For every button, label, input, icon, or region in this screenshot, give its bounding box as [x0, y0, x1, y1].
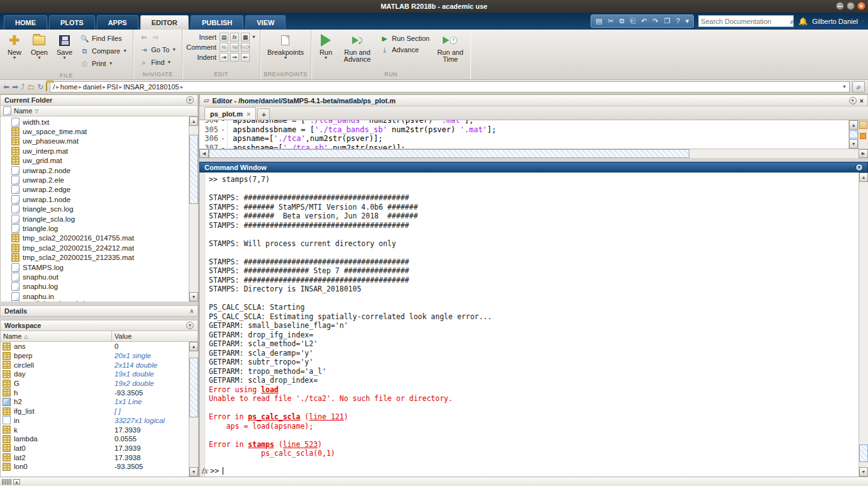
indent-left-icon[interactable]: ⇐: [241, 53, 250, 62]
breadcrumb-segment[interactable]: home: [60, 83, 78, 91]
file-row[interactable]: width.txt: [1, 117, 189, 127]
details-header[interactable]: Details ∧: [0, 305, 198, 317]
qa-icon[interactable]: ✂: [608, 16, 613, 26]
goto-button[interactable]: ⇥ Go To▼: [137, 44, 178, 55]
workspace-scrollbar[interactable]: ▲ ▼: [189, 342, 198, 477]
refresh-icon[interactable]: ↻: [37, 82, 43, 91]
workspace-variable-row[interactable]: bperp 20x1 single: [1, 351, 189, 361]
editor-code-area[interactable]: 304 - apsbandsname = ['./tca_bands' num2…: [199, 120, 868, 149]
workspace-variable-row[interactable]: circlell 2x114 double: [1, 360, 189, 370]
workspace-menu-icon[interactable]: ▼: [186, 322, 194, 329]
scroll-left-icon[interactable]: ◀: [199, 149, 209, 158]
advance-button[interactable]: ⤓ Advance: [378, 44, 431, 55]
command-window-menu-icon[interactable]: ▼: [855, 164, 863, 171]
command-window-scrollbar[interactable]: ▲ ▼: [859, 172, 868, 477]
ribbon-tab[interactable]: APPS: [97, 15, 138, 30]
code-line[interactable]: 305 - apsbandssbname = ['./tca_bands_sb'…: [199, 125, 849, 135]
scroll-down-icon[interactable]: ▼: [859, 467, 868, 477]
workspace-variable-row[interactable]: lon0 -93.3505: [1, 462, 189, 472]
ribbon-tab[interactable]: VIEW: [245, 15, 286, 30]
file-row[interactable]: tmp_scla2_20200216_014755.mat: [1, 234, 189, 243]
current-folder-header[interactable]: Current Folder ▼: [0, 94, 198, 106]
wrap-comments-icon[interactable]: %⟳: [241, 43, 250, 52]
insert-function-icon[interactable]: fx: [230, 33, 239, 42]
find-files-button[interactable]: 🔍 Find Files: [78, 33, 129, 44]
scroll-up-icon[interactable]: ▲: [189, 342, 198, 351]
uncomment-icon[interactable]: %̸: [230, 43, 239, 52]
file-list-scrollbar[interactable]: ▲ ▼: [189, 116, 198, 302]
ribbon-tab[interactable]: EDITOR: [140, 15, 189, 30]
forward-arrow-icon[interactable]: ➡: [12, 82, 18, 91]
file-row[interactable]: uw_phaseuw.mat: [1, 137, 189, 146]
find-button[interactable]: ⌕ Find▼: [137, 57, 173, 68]
new-tab-button[interactable]: +: [257, 108, 270, 120]
workspace-variable-row[interactable]: lambda 0.0555: [1, 434, 189, 444]
print-button[interactable]: ⎙ Print▼: [78, 58, 129, 69]
file-row[interactable]: uw_space_time.mat: [1, 127, 189, 136]
scroll-up-icon[interactable]: ▲: [849, 120, 858, 130]
command-prompt[interactable]: fx >>: [200, 466, 223, 475]
folder-search-button[interactable]: ⌕: [852, 81, 865, 93]
qa-icon[interactable]: ▾: [686, 16, 689, 26]
workspace-column-headers[interactable]: Name△ Value: [0, 331, 198, 342]
close-button[interactable]: ×: [857, 2, 865, 10]
notification-bell-icon[interactable]: 🔔: [798, 17, 808, 26]
scroll-up-icon[interactable]: ▲: [859, 172, 868, 182]
scroll-down-icon[interactable]: ▼: [189, 292, 198, 302]
scroll-down-icon[interactable]: ▼: [849, 139, 858, 149]
qa-icon[interactable]: ↶: [641, 16, 647, 26]
warning-marker-icon[interactable]: [860, 133, 866, 139]
ribbon-tab[interactable]: PUBLISH: [191, 15, 243, 30]
file-row[interactable]: STAMPS.log: [1, 263, 189, 272]
ribbon-tab[interactable]: HOME: [4, 15, 47, 30]
editor-tab-psplot[interactable]: ps_plot.m ×: [204, 107, 256, 120]
qa-icon[interactable]: ⎗: [630, 16, 636, 26]
file-row[interactable]: uw_grid.mat: [1, 156, 189, 166]
scroll-up-icon[interactable]: ▲: [189, 116, 198, 126]
back-icon[interactable]: ⇦: [139, 33, 148, 42]
message-indicator-icon[interactable]: [859, 121, 867, 129]
workspace-variable-row[interactable]: lat0 17.3939: [1, 444, 189, 453]
file-row[interactable]: unwrap.2.node: [1, 166, 189, 175]
insert-cell-icon[interactable]: ▦: [241, 33, 250, 42]
editor-vertical-scrollbar[interactable]: ▲ ▼: [849, 120, 858, 149]
breakpoints-button[interactable]: Breakpoints▼: [264, 31, 307, 61]
insert-caret-icon[interactable]: ▼: [252, 35, 256, 39]
file-row[interactable]: unwrap.1.node: [1, 195, 189, 204]
tab-close-icon[interactable]: ×: [247, 110, 250, 118]
file-row[interactable]: triangle.log: [1, 223, 189, 233]
file-row[interactable]: tmp_scla2_20200215_224212.mat: [1, 243, 189, 252]
workspace-variable-row[interactable]: ifg_list [ ]: [1, 407, 189, 416]
run-and-advance-button[interactable]: ⤸ Run and Advance: [339, 31, 376, 64]
file-row[interactable]: triangle_scla.log: [1, 214, 189, 223]
workspace-variable-row[interactable]: day 19x1 double: [1, 370, 189, 379]
qa-icon[interactable]: ⧉: [620, 16, 625, 26]
editor-close-icon[interactable]: ×: [860, 97, 864, 105]
workspace-variable-row[interactable]: lat2 17.3938: [1, 453, 189, 462]
workspace-variable-row[interactable]: h -93.3505: [1, 388, 189, 397]
minimize-button[interactable]: —: [836, 2, 844, 10]
workspace-header[interactable]: Workspace ▼: [0, 320, 198, 331]
file-column-header[interactable]: Name ▽: [0, 106, 198, 116]
file-row[interactable]: snaphu.log: [1, 282, 189, 291]
user-menu[interactable]: Gilberto Daniel ▼: [812, 18, 865, 25]
file-row[interactable]: snaphu.out: [1, 272, 189, 281]
back-arrow-icon[interactable]: ⬅: [3, 82, 9, 91]
smart-indent-icon[interactable]: ⇥: [220, 53, 228, 62]
breadcrumb-segment[interactable]: INSAR_20180105: [123, 83, 179, 91]
workspace-variable-row[interactable]: G 19x2 double: [1, 379, 189, 388]
ribbon-tab[interactable]: PLOTS: [49, 15, 95, 30]
qa-icon[interactable]: ❐: [664, 16, 670, 26]
save-button[interactable]: Save▼: [53, 31, 75, 61]
up-one-level-icon[interactable]: ⤴: [21, 82, 25, 91]
current-folder-menu-icon[interactable]: ▼: [186, 96, 194, 104]
file-row[interactable]: snaphu.in: [1, 291, 189, 301]
layout-grip[interactable]: [2, 479, 11, 485]
search-icon[interactable]: ⌕: [790, 17, 794, 26]
new-button[interactable]: ✚ New▼: [4, 31, 25, 61]
code-line[interactable]: 306 - apsname=['./tca',num2str(psver)];: [199, 134, 849, 144]
search-documentation-input[interactable]: [701, 18, 790, 25]
file-row[interactable]: uw_interp.mat: [1, 146, 189, 155]
editor-header[interactable]: ▱ Editor - /home/daniel/StaMPS-4.1-beta/…: [199, 94, 868, 106]
qa-icon[interactable]: ▤: [596, 16, 602, 26]
